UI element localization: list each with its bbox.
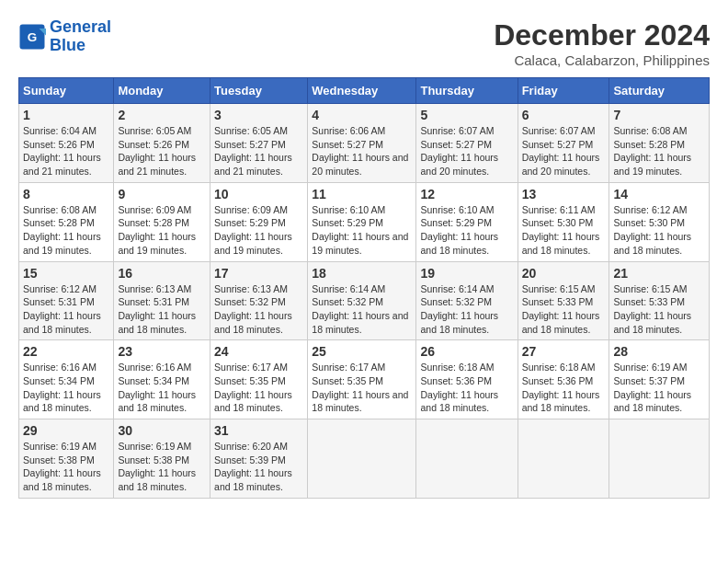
day-detail: Sunrise: 6:17 AMSunset: 5:35 PMDaylight:… — [214, 362, 292, 413]
day-number: 23 — [118, 344, 206, 359]
day-number: 20 — [522, 266, 606, 281]
day-cell: 8 Sunrise: 6:08 AMSunset: 5:28 PMDayligh… — [19, 182, 114, 261]
day-detail: Sunrise: 6:14 AMSunset: 5:32 PMDaylight:… — [420, 283, 498, 335]
day-cell: 26 Sunrise: 6:18 AMSunset: 5:36 PMDaylig… — [416, 340, 518, 419]
day-detail: Sunrise: 6:13 AMSunset: 5:31 PMDaylight:… — [118, 283, 196, 335]
day-number: 15 — [23, 266, 109, 281]
day-detail: Sunrise: 6:19 AMSunset: 5:38 PMDaylight:… — [118, 441, 196, 492]
day-cell: 15 Sunrise: 6:12 AMSunset: 5:31 PMDaylig… — [19, 261, 114, 340]
day-number: 1 — [23, 108, 109, 122]
day-cell: 17 Sunrise: 6:13 AMSunset: 5:32 PMDaylig… — [210, 261, 308, 340]
day-cell — [416, 419, 518, 499]
day-detail: Sunrise: 6:14 AMSunset: 5:32 PMDaylight:… — [312, 283, 408, 335]
day-detail: Sunrise: 6:08 AMSunset: 5:28 PMDaylight:… — [23, 204, 101, 256]
day-cell: 29 Sunrise: 6:19 AMSunset: 5:38 PMDaylig… — [19, 419, 114, 499]
calendar-table: SundayMondayTuesdayWednesdayThursdayFrid… — [18, 77, 710, 499]
day-number: 4 — [312, 108, 412, 122]
day-cell: 12 Sunrise: 6:10 AMSunset: 5:29 PMDaylig… — [416, 182, 518, 261]
day-cell: 6 Sunrise: 6:07 AMSunset: 5:27 PMDayligh… — [518, 104, 609, 183]
day-detail: Sunrise: 6:05 AMSunset: 5:26 PMDaylight:… — [118, 125, 196, 177]
title-block: December 2024 Calaca, Calabarzon, Philip… — [494, 18, 710, 68]
day-cell: 5 Sunrise: 6:07 AMSunset: 5:27 PMDayligh… — [416, 104, 518, 183]
day-cell: 21 Sunrise: 6:15 AMSunset: 5:33 PMDaylig… — [609, 261, 710, 340]
logo-line1: General — [50, 18, 111, 37]
logo-line2: Blue — [50, 37, 111, 55]
day-detail: Sunrise: 6:18 AMSunset: 5:36 PMDaylight:… — [420, 362, 498, 413]
logo-icon: G — [18, 23, 46, 51]
day-number: 31 — [214, 423, 303, 438]
col-header-sunday: Sunday — [19, 78, 114, 104]
day-number: 5 — [420, 108, 513, 122]
day-detail: Sunrise: 6:08 AMSunset: 5:28 PMDaylight:… — [613, 125, 691, 177]
day-cell: 22 Sunrise: 6:16 AMSunset: 5:34 PMDaylig… — [19, 340, 114, 419]
day-detail: Sunrise: 6:11 AMSunset: 5:30 PMDaylight:… — [522, 204, 600, 256]
day-number: 21 — [613, 266, 705, 281]
day-number: 7 — [613, 108, 705, 122]
day-detail: Sunrise: 6:17 AMSunset: 5:35 PMDaylight:… — [312, 362, 408, 413]
day-cell — [518, 419, 609, 499]
day-number: 22 — [23, 344, 109, 359]
day-number: 29 — [23, 423, 109, 438]
header-row: SundayMondayTuesdayWednesdayThursdayFrid… — [19, 78, 710, 104]
day-number: 30 — [118, 423, 206, 438]
day-cell — [308, 419, 416, 499]
logo: G General Blue — [18, 18, 111, 55]
week-row-3: 15 Sunrise: 6:12 AMSunset: 5:31 PMDaylig… — [19, 261, 710, 340]
day-number: 11 — [312, 187, 412, 201]
day-cell: 25 Sunrise: 6:17 AMSunset: 5:35 PMDaylig… — [308, 340, 416, 419]
week-row-2: 8 Sunrise: 6:08 AMSunset: 5:28 PMDayligh… — [19, 182, 710, 261]
col-header-wednesday: Wednesday — [308, 78, 416, 104]
day-cell: 19 Sunrise: 6:14 AMSunset: 5:32 PMDaylig… — [416, 261, 518, 340]
day-cell: 28 Sunrise: 6:19 AMSunset: 5:37 PMDaylig… — [609, 340, 710, 419]
day-detail: Sunrise: 6:05 AMSunset: 5:27 PMDaylight:… — [214, 125, 292, 177]
logo-text: General Blue — [50, 18, 111, 55]
day-cell: 23 Sunrise: 6:16 AMSunset: 5:34 PMDaylig… — [114, 340, 210, 419]
day-detail: Sunrise: 6:09 AMSunset: 5:29 PMDaylight:… — [214, 204, 292, 256]
day-number: 6 — [522, 108, 606, 122]
week-row-4: 22 Sunrise: 6:16 AMSunset: 5:34 PMDaylig… — [19, 340, 710, 419]
day-detail: Sunrise: 6:19 AMSunset: 5:38 PMDaylight:… — [23, 441, 101, 492]
header: G General Blue December 2024 Calaca, Cal… — [18, 18, 710, 68]
day-detail: Sunrise: 6:19 AMSunset: 5:37 PMDaylight:… — [613, 362, 691, 413]
day-detail: Sunrise: 6:12 AMSunset: 5:30 PMDaylight:… — [613, 204, 691, 256]
page-container: G General Blue December 2024 Calaca, Cal… — [18, 18, 710, 499]
day-detail: Sunrise: 6:20 AMSunset: 5:39 PMDaylight:… — [214, 441, 292, 492]
day-detail: Sunrise: 6:07 AMSunset: 5:27 PMDaylight:… — [420, 125, 498, 177]
day-cell: 14 Sunrise: 6:12 AMSunset: 5:30 PMDaylig… — [609, 182, 710, 261]
day-cell: 7 Sunrise: 6:08 AMSunset: 5:28 PMDayligh… — [609, 104, 710, 183]
day-cell: 10 Sunrise: 6:09 AMSunset: 5:29 PMDaylig… — [210, 182, 308, 261]
col-header-tuesday: Tuesday — [210, 78, 308, 104]
day-detail: Sunrise: 6:10 AMSunset: 5:29 PMDaylight:… — [420, 204, 498, 256]
day-cell: 24 Sunrise: 6:17 AMSunset: 5:35 PMDaylig… — [210, 340, 308, 419]
day-number: 25 — [312, 344, 412, 359]
day-detail: Sunrise: 6:16 AMSunset: 5:34 PMDaylight:… — [23, 362, 101, 413]
day-number: 9 — [118, 187, 206, 201]
day-cell: 20 Sunrise: 6:15 AMSunset: 5:33 PMDaylig… — [518, 261, 609, 340]
day-detail: Sunrise: 6:15 AMSunset: 5:33 PMDaylight:… — [522, 283, 600, 335]
day-cell: 4 Sunrise: 6:06 AMSunset: 5:27 PMDayligh… — [308, 104, 416, 183]
day-cell: 13 Sunrise: 6:11 AMSunset: 5:30 PMDaylig… — [518, 182, 609, 261]
day-cell — [609, 419, 710, 499]
day-cell: 27 Sunrise: 6:18 AMSunset: 5:36 PMDaylig… — [518, 340, 609, 419]
day-detail: Sunrise: 6:16 AMSunset: 5:34 PMDaylight:… — [118, 362, 196, 413]
col-header-monday: Monday — [114, 78, 210, 104]
day-cell: 16 Sunrise: 6:13 AMSunset: 5:31 PMDaylig… — [114, 261, 210, 340]
day-cell: 18 Sunrise: 6:14 AMSunset: 5:32 PMDaylig… — [308, 261, 416, 340]
day-number: 17 — [214, 266, 303, 281]
day-detail: Sunrise: 6:10 AMSunset: 5:29 PMDaylight:… — [312, 204, 408, 256]
day-number: 13 — [522, 187, 606, 201]
day-number: 28 — [613, 344, 705, 359]
day-number: 16 — [118, 266, 206, 281]
day-cell: 2 Sunrise: 6:05 AMSunset: 5:26 PMDayligh… — [114, 104, 210, 183]
day-number: 19 — [420, 266, 513, 281]
day-cell: 31 Sunrise: 6:20 AMSunset: 5:39 PMDaylig… — [210, 419, 308, 499]
col-header-saturday: Saturday — [609, 78, 710, 104]
day-detail: Sunrise: 6:07 AMSunset: 5:27 PMDaylight:… — [522, 125, 600, 177]
week-row-5: 29 Sunrise: 6:19 AMSunset: 5:38 PMDaylig… — [19, 419, 710, 499]
day-cell: 30 Sunrise: 6:19 AMSunset: 5:38 PMDaylig… — [114, 419, 210, 499]
svg-text:G: G — [28, 29, 38, 43]
day-cell: 1 Sunrise: 6:04 AMSunset: 5:26 PMDayligh… — [19, 104, 114, 183]
subtitle: Calaca, Calabarzon, Philippines — [494, 52, 710, 68]
day-number: 3 — [214, 108, 303, 122]
day-cell: 3 Sunrise: 6:05 AMSunset: 5:27 PMDayligh… — [210, 104, 308, 183]
